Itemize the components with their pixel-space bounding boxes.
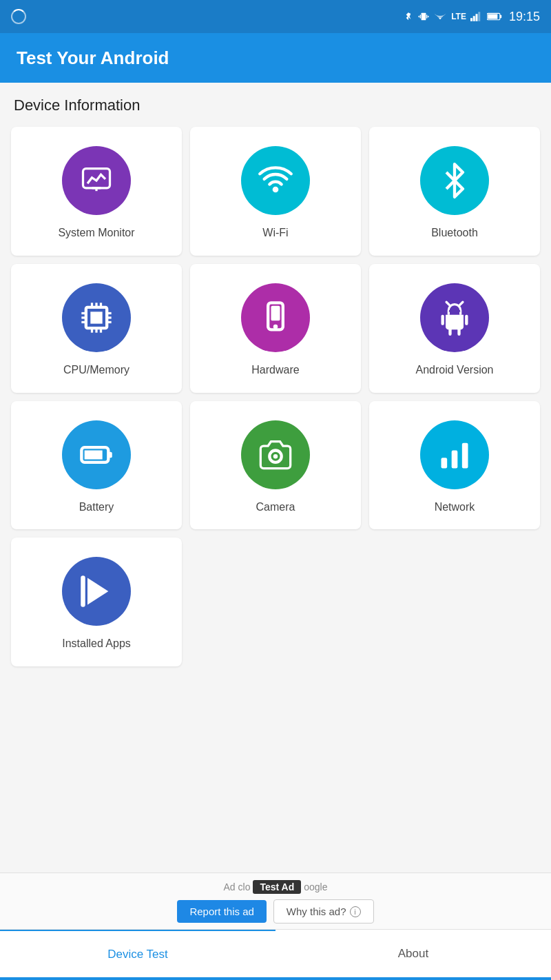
status-bar: LTE 19:15: [0, 0, 551, 33]
why-ad-button[interactable]: Why this ad? i: [273, 899, 374, 923]
svg-rect-43: [108, 451, 112, 458]
battery-icon: [79, 437, 114, 473]
network-label: Network: [435, 500, 475, 515]
installed-apps-label: Installed Apps: [62, 637, 131, 651]
ad-buttons: Report this ad Why this ad? i: [177, 899, 373, 923]
android-icon-bg: [420, 283, 489, 352]
card-network[interactable]: Network: [369, 401, 540, 530]
play-icon: [79, 573, 114, 609]
bluetooth-label: Bluetooth: [431, 226, 478, 241]
svg-point-32: [273, 325, 278, 329]
status-time: 19:15: [509, 10, 540, 24]
card-bluetooth[interactable]: Bluetooth: [369, 127, 540, 256]
nav-device-test-label: Device Test: [107, 948, 168, 961]
battery-status-icon: [487, 12, 502, 21]
app-title: Test Your Android: [17, 48, 169, 69]
svg-rect-10: [488, 14, 497, 19]
cpu-icon: [79, 300, 114, 336]
bluetooth-icon: [437, 163, 472, 198]
system-monitor-icon-bg: [62, 146, 131, 215]
svg-rect-42: [85, 450, 103, 459]
wifi-status-icon: [433, 11, 447, 22]
camera-label: Camera: [256, 500, 295, 515]
svg-point-45: [273, 454, 278, 459]
bluetooth-icon-bg: [420, 146, 489, 215]
card-android-version[interactable]: Android Version: [369, 264, 540, 393]
lte-icon: LTE: [451, 12, 466, 21]
section-title: Device Information: [11, 96, 540, 114]
svg-rect-0: [422, 13, 426, 21]
nav-device-test[interactable]: Device Test: [0, 930, 276, 977]
svg-line-39: [446, 302, 450, 305]
card-system-monitor[interactable]: System Monitor: [11, 127, 182, 256]
installed-apps-icon-bg: [62, 557, 131, 626]
vibrate-status-icon: [418, 10, 429, 23]
svg-rect-6: [473, 16, 475, 21]
card-cpu-memory[interactable]: CPU/Memory: [11, 264, 182, 393]
svg-rect-11: [500, 15, 501, 19]
card-camera[interactable]: Camera: [190, 401, 361, 530]
card-hardware[interactable]: Hardware: [190, 264, 361, 393]
svg-marker-49: [87, 578, 108, 605]
svg-rect-2: [426, 14, 427, 18]
svg-line-40: [459, 302, 463, 305]
svg-rect-17: [90, 312, 102, 323]
battery-icon-bg: [62, 420, 131, 489]
network-icon: [437, 437, 472, 473]
svg-point-34: [458, 309, 460, 312]
status-icons: LTE 19:15: [403, 10, 540, 24]
app-bar: Test Your Android: [0, 33, 551, 83]
wifi-label: Wi-Fi: [262, 226, 288, 241]
network-icon-bg: [420, 420, 489, 489]
svg-rect-48: [462, 442, 468, 468]
ad-top-text: Ad clo Test Ad oogle: [224, 880, 328, 894]
hardware-label: Hardware: [251, 363, 299, 378]
bottom-nav: Device Test About: [0, 929, 551, 977]
cards-grid: System Monitor Wi-Fi Bluetooth: [11, 127, 540, 666]
wifi-icon: [258, 163, 293, 198]
android-version-label: Android Version: [416, 363, 494, 378]
svg-point-15: [273, 187, 279, 193]
svg-rect-31: [271, 305, 280, 320]
bluetooth-status-icon: [403, 10, 414, 23]
svg-rect-47: [452, 450, 458, 468]
svg-rect-5: [470, 18, 472, 21]
why-ad-label: Why this ad?: [287, 906, 346, 917]
svg-rect-4: [428, 16, 428, 18]
main-content: Device Information System Monitor: [0, 83, 551, 872]
cpu-icon-bg: [62, 283, 131, 352]
system-monitor-label: System Monitor: [58, 226, 134, 241]
hardware-icon-bg: [241, 283, 310, 352]
ad-google-text: oogle: [304, 881, 327, 892]
report-ad-button[interactable]: Report this ad: [177, 900, 266, 923]
ad-close-text: Ad clo: [224, 881, 251, 892]
cpu-memory-label: CPU/Memory: [63, 363, 129, 378]
svg-rect-1: [420, 14, 421, 18]
status-left: [11, 9, 397, 24]
svg-rect-3: [419, 16, 419, 18]
bottom-line: [0, 977, 551, 980]
signal-icon: [470, 11, 483, 22]
nav-about[interactable]: About: [276, 930, 551, 977]
android-icon: [437, 300, 472, 336]
info-icon: i: [350, 906, 361, 917]
wifi-icon-bg: [241, 146, 310, 215]
hardware-icon: [258, 300, 293, 336]
battery-label: Battery: [79, 500, 114, 515]
ad-container: Ad clo Test Ad oogle Report this ad Why …: [0, 872, 551, 929]
svg-point-33: [449, 309, 451, 312]
monitor-icon: [79, 163, 114, 198]
camera-icon-bg: [241, 420, 310, 489]
ad-badge: Test Ad: [253, 880, 301, 894]
nav-about-label: About: [398, 947, 428, 961]
svg-rect-46: [441, 458, 448, 468]
svg-rect-8: [478, 12, 480, 21]
svg-rect-7: [475, 14, 477, 21]
card-wifi[interactable]: Wi-Fi: [190, 127, 361, 256]
camera-icon: [258, 437, 293, 473]
card-installed-apps[interactable]: Installed Apps: [11, 538, 182, 666]
spinner-icon: [11, 9, 26, 24]
card-battery[interactable]: Battery: [11, 401, 182, 530]
